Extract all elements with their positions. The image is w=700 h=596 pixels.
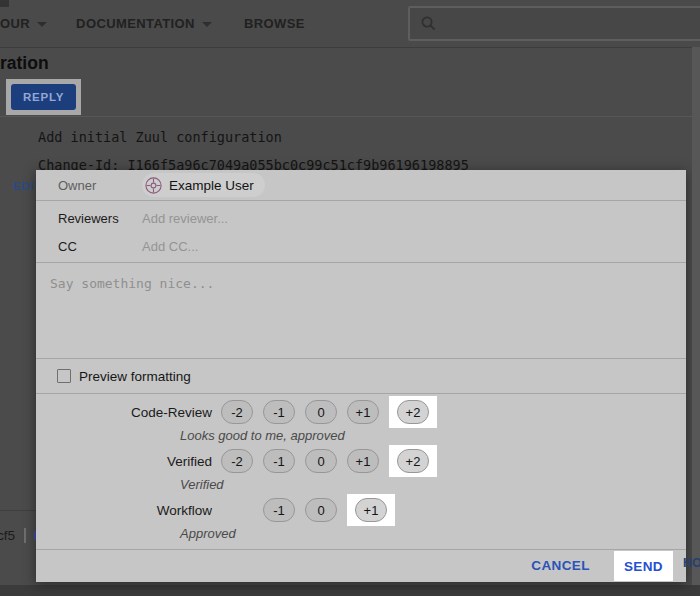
main-nav: OUR DOCUMENTATION BROWSE — [0, 0, 305, 47]
commit-subject: Add initial Zuul configuration — [38, 129, 282, 145]
vote-button-verified-0[interactable]: 0 — [305, 449, 337, 473]
preview-checkbox[interactable] — [57, 369, 71, 383]
nav-documentation-label: DOCUMENTATION — [76, 16, 195, 31]
owner-row: Owner Example User — [36, 170, 686, 200]
reviewers-label: Reviewers — [58, 211, 142, 226]
send-button[interactable]: SEND — [624, 559, 663, 574]
owner-name: Example User — [169, 178, 254, 193]
vote-hint: Looks good to me, approved — [180, 429, 686, 443]
nav-your-label: OUR — [0, 16, 30, 31]
dialog-footer: CANCEL SEND — [36, 549, 686, 582]
cancel-button[interactable]: CANCEL — [531, 558, 590, 573]
vote-row-verified: Verified -2-10+1+2 — [36, 445, 686, 477]
vote-button-verified--2[interactable]: -2 — [221, 449, 253, 473]
vote-row-workflow: Workflow -10+1 — [36, 494, 686, 526]
chevron-down-icon — [202, 22, 212, 27]
divider — [0, 510, 36, 511]
highlight-box: +2 — [389, 445, 437, 477]
vote-hint: Verified — [180, 478, 686, 492]
owner-chip[interactable]: Example User — [142, 173, 265, 197]
chevron-down-icon — [37, 22, 47, 27]
highlight-box: SEND — [614, 551, 673, 581]
vote-button-code-review--1[interactable]: -1 — [263, 400, 295, 424]
vote-row-code-review: Code-Review -2-10+1+2 — [36, 396, 686, 428]
message-textarea[interactable]: Say something nice... — [36, 263, 686, 358]
sha-text: cf5 — [0, 528, 15, 543]
screen: OUR DOCUMENTATION BROWSE ration REPLY Ad… — [0, 0, 700, 596]
vote-button-workflow-0[interactable]: 0 — [305, 498, 337, 522]
vote-button-code-review-+1[interactable]: +1 — [347, 400, 379, 424]
vote-button-code-review--2[interactable]: -2 — [221, 400, 253, 424]
owner-label: Owner — [58, 178, 142, 193]
cc-label: CC — [58, 239, 142, 254]
vote-label: Code-Review — [36, 405, 212, 420]
vote-label: Workflow — [36, 503, 212, 518]
avatar — [145, 177, 162, 194]
vote-button-workflow-+1[interactable]: +1 — [355, 498, 387, 522]
page-footer-strip — [0, 585, 700, 596]
divider — [36, 200, 686, 201]
add-reviewer-input[interactable]: Add reviewer... — [142, 211, 228, 226]
nav-your-menu[interactable]: OUR — [0, 16, 47, 31]
highlight-box: +1 — [347, 494, 395, 526]
highlight-box: REPLY — [6, 79, 81, 115]
top-bar: OUR DOCUMENTATION BROWSE — [0, 0, 700, 48]
vote-button-verified--1[interactable]: -1 — [263, 449, 295, 473]
vote-buttons: -10+1 — [222, 494, 436, 526]
vote-buttons: -2-10+1+2 — [222, 396, 436, 428]
vote-button-verified-+2[interactable]: +2 — [397, 449, 429, 473]
vote-label: Verified — [36, 454, 212, 469]
page-title-partial: ration — [0, 53, 49, 74]
search-icon — [420, 15, 437, 32]
vote-button-code-review-+2[interactable]: +2 — [397, 400, 429, 424]
preview-formatting-label: Preview formatting — [79, 369, 191, 384]
add-cc-input[interactable]: Add CC... — [142, 239, 198, 254]
reply-button[interactable]: REPLY — [11, 84, 76, 110]
vote-buttons: -2-10+1+2 — [222, 445, 436, 477]
nav-browse[interactable]: BROWSE — [244, 16, 305, 31]
nav-browse-label: BROWSE — [244, 16, 305, 31]
scrollbar[interactable] — [692, 47, 700, 585]
vote-button-code-review-0[interactable]: 0 — [305, 400, 337, 424]
cc-row: CC Add CC... — [36, 232, 686, 260]
nav-documentation-menu[interactable]: DOCUMENTATION — [76, 16, 212, 31]
footer-link-partial[interactable]: HO — [683, 556, 700, 570]
vote-section: Code-Review -2-10+1+2 Looks good to me, … — [36, 394, 686, 543]
vote-hint: Approved — [180, 527, 686, 541]
reply-dialog: Owner Example User Reviewers Add reviewe… — [36, 170, 686, 582]
message-placeholder: Say something nice... — [50, 276, 214, 291]
highlight-box: +2 — [389, 396, 437, 428]
vote-button-verified-+1[interactable]: +1 — [347, 449, 379, 473]
divider — [0, 116, 700, 117]
vote-button-workflow--1[interactable]: -1 — [263, 498, 295, 522]
divider — [24, 528, 26, 543]
preview-formatting-row: Preview formatting — [36, 359, 686, 393]
reviewers-row: Reviewers Add reviewer... — [36, 204, 686, 232]
search-input[interactable] — [408, 6, 700, 41]
